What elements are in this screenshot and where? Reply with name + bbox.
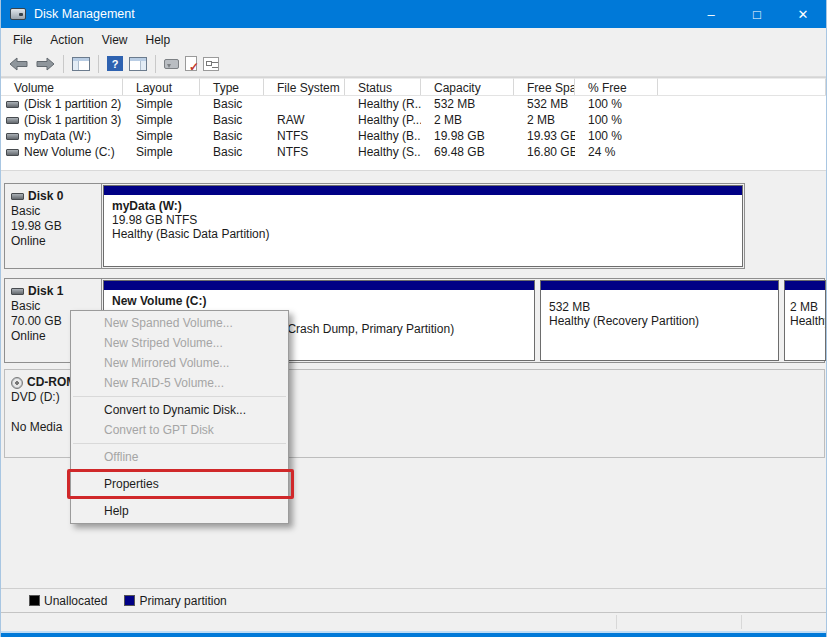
table-row[interactable]: (Disk 1 partition 3) Simple Basic RAW He… xyxy=(1,112,826,128)
menu-item-new-mirrored-volume: New Mirrored Volume... xyxy=(71,353,288,373)
col-header-file-system[interactable]: File System xyxy=(264,78,345,95)
menu-item-convert-to-gpt-disk: Convert to GPT Disk xyxy=(71,420,288,440)
unallocated-swatch xyxy=(29,595,40,606)
disk-icon xyxy=(11,288,24,295)
status-bar xyxy=(1,612,826,631)
volume-icon xyxy=(6,133,19,140)
cell-type: Basic xyxy=(200,129,264,143)
properties-list-icon[interactable] xyxy=(203,57,219,71)
col-header-layout[interactable]: Layout xyxy=(123,78,200,95)
minimize-button[interactable]: – xyxy=(688,0,734,28)
col-header-pct-free[interactable]: % Free xyxy=(575,78,658,95)
disk0-name: Disk 0 xyxy=(28,189,63,204)
menu-view[interactable]: View xyxy=(93,30,137,50)
cell-status: Healthy (B... xyxy=(345,129,421,143)
cell-type: Basic xyxy=(200,97,264,111)
cell-capacity: 19.98 GB xyxy=(421,129,514,143)
menu-item-convert-to-dynamic-disk[interactable]: Convert to Dynamic Disk... xyxy=(71,400,288,420)
app-icon xyxy=(10,8,26,20)
cell-pct-free: 100 % xyxy=(575,97,658,111)
legend-unallocated-label: Unallocated xyxy=(44,594,107,608)
cell-capacity: 2 MB xyxy=(421,113,514,127)
legend-primary-partition-label: Primary partition xyxy=(139,594,226,608)
menu-action[interactable]: Action xyxy=(41,30,92,50)
menu-separator xyxy=(73,443,286,444)
partition-mydata-w[interactable]: myData (W:) 19.98 GB NTFS Healthy (Basic… xyxy=(103,185,743,267)
cell-capacity: 69.48 GB xyxy=(421,145,514,159)
console-tree-icon[interactable] xyxy=(72,57,90,71)
close-button[interactable]: ✕ xyxy=(780,0,826,28)
cell-status: Healthy (P... xyxy=(345,113,421,127)
disk-icon xyxy=(11,193,24,200)
cell-pct-free: 100 % xyxy=(575,129,658,143)
cell-layout: Simple xyxy=(123,113,200,127)
partition-size: 532 MB xyxy=(549,300,778,314)
cell-pct-free: 24 % xyxy=(575,145,658,159)
cell-volume: (Disk 1 partition 3) xyxy=(24,113,121,127)
disk0-status: Online xyxy=(11,234,97,249)
menu-item-new-striped-volume: New Striped Volume... xyxy=(71,333,288,353)
status-bar-divider xyxy=(741,615,742,629)
table-row[interactable]: New Volume (C:) Simple Basic NTFS Health… xyxy=(1,144,826,160)
volume-icon xyxy=(6,149,19,156)
disk1-name: Disk 1 xyxy=(28,284,63,299)
disk-management-window: Disk Management – □ ✕ File Action View H… xyxy=(0,0,827,637)
cell-status: Healthy (S... xyxy=(345,145,421,159)
cell-type: Basic xyxy=(200,145,264,159)
check-document-icon[interactable] xyxy=(185,56,197,71)
window-bottom-border xyxy=(1,631,826,637)
primary-partition-swatch xyxy=(124,595,135,606)
window-controls: – □ ✕ xyxy=(688,0,826,28)
cell-layout: Simple xyxy=(123,145,200,159)
menu-item-help[interactable]: Help xyxy=(71,501,288,521)
maximize-button[interactable]: □ xyxy=(734,0,780,28)
col-header-type[interactable]: Type xyxy=(200,78,264,95)
forward-arrow-icon[interactable] xyxy=(35,57,55,71)
col-header-capacity[interactable]: Capacity xyxy=(421,78,514,95)
toolbar: ? xyxy=(1,51,826,77)
partition-recovery[interactable]: 532 MB Healthy (Recovery Partition) xyxy=(540,280,779,361)
partition-size: 19.98 GB NTFS xyxy=(112,213,742,227)
help-icon[interactable]: ? xyxy=(107,56,123,71)
volume-table: Volume Layout Type File System Status Ca… xyxy=(1,77,826,170)
cell-capacity: 532 MB xyxy=(421,97,514,111)
legend-bar: Unallocated Primary partition xyxy=(1,588,826,612)
partition-title: New Volume (C:) xyxy=(112,294,534,308)
status-bar-divider xyxy=(616,615,617,629)
table-row[interactable]: (Disk 1 partition 2) Simple Basic Health… xyxy=(1,96,826,112)
disk0-info-panel[interactable]: Disk 0 Basic 19.98 GB Online xyxy=(5,184,102,268)
menu-file[interactable]: File xyxy=(4,30,41,50)
partition-status: Healthy (Recovery Partition) xyxy=(549,314,778,328)
menu-item-offline: Offline xyxy=(71,447,288,467)
back-arrow-icon[interactable] xyxy=(9,57,29,71)
col-header-volume[interactable]: Volume xyxy=(1,78,123,95)
col-header-free-space[interactable]: Free Spa... xyxy=(514,78,575,95)
col-header-blank xyxy=(658,78,826,95)
disk0-row: Disk 0 Basic 19.98 GB Online myData (W:)… xyxy=(4,183,745,269)
volume-table-header: Volume Layout Type File System Status Ca… xyxy=(1,78,826,96)
table-row[interactable]: myData (W:) Simple Basic NTFS Healthy (B… xyxy=(1,128,826,144)
col-header-status[interactable]: Status xyxy=(345,78,421,95)
dialog-balloon-icon[interactable] xyxy=(164,59,179,69)
primary-partition-bar xyxy=(104,186,742,197)
action-pane-icon[interactable] xyxy=(129,57,147,71)
window-title: Disk Management xyxy=(34,7,135,21)
disk0-type: Basic xyxy=(11,204,97,219)
menu-item-properties[interactable]: Properties xyxy=(71,474,288,494)
cd-rom-icon xyxy=(11,377,23,389)
cell-type: Basic xyxy=(200,113,264,127)
volume-icon xyxy=(6,117,19,124)
partition-status: Healthy (Basic Data Partition) xyxy=(112,227,742,241)
cell-layout: Simple xyxy=(123,129,200,143)
menu-help[interactable]: Help xyxy=(137,30,180,50)
toolbar-separator xyxy=(98,55,99,73)
toolbar-separator xyxy=(155,55,156,73)
primary-partition-bar xyxy=(541,281,778,292)
cell-free-space: 16.80 GB xyxy=(514,145,575,159)
partition-2mb[interactable]: 2 MB Healthy xyxy=(784,280,826,361)
cell-layout: Simple xyxy=(123,97,200,111)
primary-partition-bar xyxy=(785,281,825,292)
menu-bar: File Action View Help xyxy=(1,28,826,51)
menu-item-new-raid5-volume: New RAID-5 Volume... xyxy=(71,373,288,393)
cell-file-system: RAW xyxy=(264,113,345,127)
